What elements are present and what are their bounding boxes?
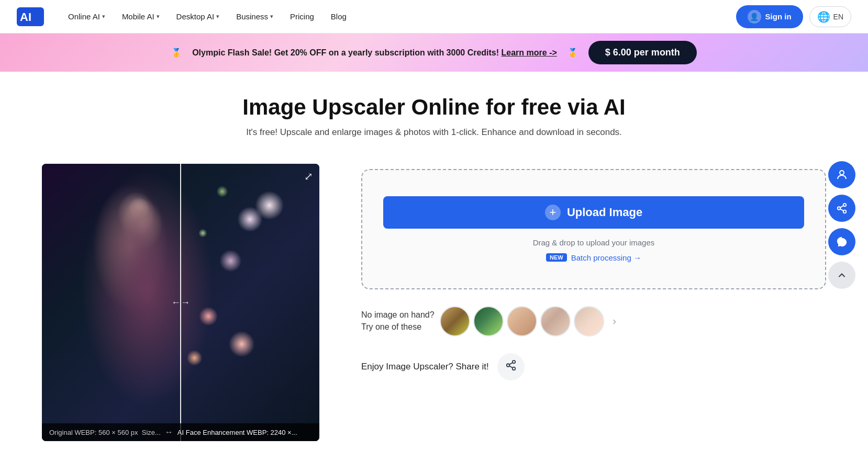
nav-desktop-ai[interactable]: Desktop AI ▾ [169, 8, 227, 25]
share-label: Enjoy Image Upscaler? Share it! [361, 362, 489, 372]
image-caption: Original WEBP: 560 × 560 px Size... ↔ AI… [42, 423, 319, 441]
sample-thumb-woman1[interactable] [507, 306, 537, 336]
banner-text: Olympic Flash Sale! Get 20% OFF on a yea… [192, 48, 557, 58]
batch-link[interactable]: NEW Batch processing → [546, 253, 641, 262]
chevron-down-icon: ▾ [102, 13, 105, 20]
sample-thumb-family[interactable] [540, 306, 571, 336]
batch-processing-link[interactable]: NEW Batch processing → [383, 252, 804, 262]
nav-right: 👤 Sign in 🌐 EN [736, 5, 851, 28]
navbar: AI Online AI ▾ Mobile AI ▾ Desktop AI ▾ … [0, 0, 868, 33]
chat-fab[interactable] [828, 228, 855, 255]
banner-medal-left: 🥇 [171, 48, 182, 58]
sample-thumb-woman2[interactable] [574, 306, 604, 336]
comparison-arrow: ←→ [171, 297, 190, 308]
sample-images-row: No image on hand? Try one of these › [361, 306, 826, 336]
banner-price-button[interactable]: $ 6.00 per month [588, 41, 697, 64]
nav-blog[interactable]: Blog [324, 8, 354, 25]
drag-drop-text: Drag & drop to upload your images [383, 238, 804, 247]
share-fab[interactable] [828, 195, 855, 222]
expand-icon[interactable]: ⤢ [304, 170, 313, 183]
image-container: ←→ ⤢ Original WEBP: 560 × 560 px Size...… [42, 164, 319, 441]
upload-button[interactable]: + Upload Image [383, 196, 804, 229]
globe-icon: 🌐 [817, 10, 830, 23]
nav-items: Online AI ▾ Mobile AI ▾ Desktop AI ▾ Bus… [61, 8, 732, 25]
svg-line-6 [509, 362, 513, 364]
samples-next-button[interactable]: › [607, 314, 622, 329]
nav-mobile-ai[interactable]: Mobile AI ▾ [115, 8, 167, 25]
sample-thumb-forest[interactable] [473, 306, 504, 336]
share-button[interactable] [497, 353, 525, 380]
banner-medal-right: 🥇 [567, 48, 578, 58]
new-badge: NEW [546, 253, 567, 262]
upload-panel: + Upload Image Drag & drop to upload you… [361, 164, 826, 380]
svg-line-11 [840, 209, 843, 211]
user-icon: 👤 [748, 10, 761, 24]
nav-online-ai[interactable]: Online AI ▾ [61, 8, 113, 25]
svg-line-5 [509, 366, 513, 368]
svg-text:AI: AI [20, 10, 31, 24]
caption-arrow-icon: ↔ [165, 428, 173, 437]
caption-left: Original WEBP: 560 × 560 px Size... [49, 429, 161, 436]
share-icon [505, 359, 517, 374]
right-sidebar [828, 161, 855, 289]
image-panel: ←→ ⤢ Original WEBP: 560 × 560 px Size...… [42, 164, 319, 441]
logo[interactable]: AI [17, 7, 44, 26]
sample-thumb-train[interactable] [440, 306, 470, 336]
upload-dropzone[interactable]: + Upload Image Drag & drop to upload you… [361, 169, 826, 289]
banner-link[interactable]: Learn more -> [502, 48, 557, 57]
main-content: ←→ ⤢ Original WEBP: 560 × 560 px Size...… [0, 148, 868, 450]
samples-label: No image on hand? Try one of these [361, 309, 435, 333]
hero-title: Image Upscaler Online for free via AI [10, 95, 858, 120]
language-button[interactable]: 🌐 EN [809, 6, 851, 27]
share-row: Enjoy Image Upscaler? Share it! [361, 353, 826, 380]
promo-banner: 🥇 Olympic Flash Sale! Get 20% OFF on a y… [0, 33, 868, 72]
caption-right: AI Face Enhancement WEBP: 2240 ×... [177, 429, 297, 436]
nav-business[interactable]: Business ▾ [229, 8, 281, 25]
signin-button[interactable]: 👤 Sign in [736, 5, 803, 28]
svg-line-12 [840, 206, 843, 208]
svg-point-7 [840, 171, 844, 175]
chevron-down-icon: ▾ [157, 13, 160, 20]
profile-fab[interactable] [828, 161, 855, 188]
nav-pricing[interactable]: Pricing [283, 8, 321, 25]
chevron-down-icon: ▾ [216, 13, 219, 20]
scroll-top-fab[interactable] [828, 262, 855, 289]
hero-section: Image Upscaler Online for free via AI It… [0, 72, 868, 148]
hero-subtitle: It's free! Upscale and enlarge images & … [10, 127, 858, 138]
image-background: ←→ [42, 164, 319, 441]
plus-icon: + [545, 205, 561, 220]
chevron-down-icon: ▾ [270, 13, 273, 20]
sample-images: › [440, 306, 622, 336]
